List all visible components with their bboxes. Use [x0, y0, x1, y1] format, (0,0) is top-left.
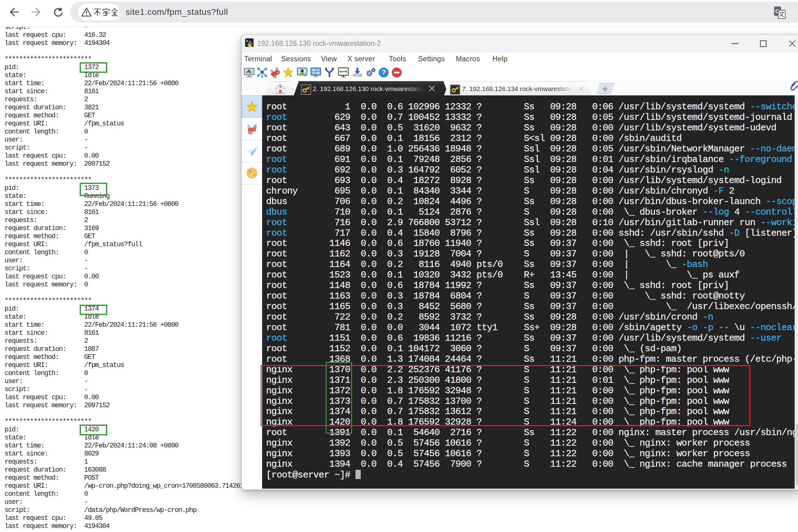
svg-text:?: ?: [381, 68, 386, 76]
